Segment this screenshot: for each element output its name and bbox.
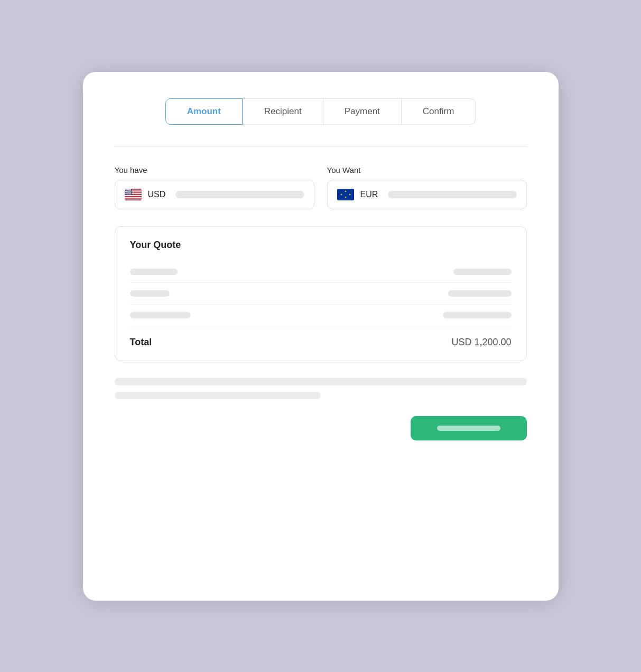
tabs-container: Amount Recipient Payment Confirm — [115, 98, 527, 125]
you-want-group: You Want EUR — [327, 165, 527, 209]
you-have-box[interactable]: USD — [115, 180, 314, 209]
svg-point-11 — [128, 189, 129, 190]
svg-point-23 — [129, 191, 130, 192]
svg-point-31 — [126, 192, 127, 194]
you-have-group: You have — [115, 165, 314, 209]
quote-total-row: Total USD 1,200.00 — [130, 328, 512, 348]
svg-point-34 — [129, 192, 130, 194]
skeleton-bar-1 — [115, 378, 527, 385]
svg-point-21 — [127, 191, 128, 192]
svg-point-32 — [127, 192, 128, 194]
tab-payment[interactable]: Payment — [323, 98, 402, 125]
skeleton-bar-2 — [115, 392, 321, 399]
quote-skeleton-right-3 — [443, 312, 512, 318]
svg-point-24 — [130, 191, 131, 192]
svg-rect-5 — [125, 197, 142, 198]
svg-point-29 — [129, 191, 131, 192]
tab-amount[interactable]: Amount — [165, 98, 243, 125]
svg-point-12 — [129, 189, 130, 190]
svg-rect-4 — [125, 195, 142, 196]
svg-point-33 — [128, 192, 129, 194]
you-want-box[interactable]: EUR — [327, 180, 527, 209]
eur-flag-icon — [337, 189, 354, 200]
svg-point-28 — [128, 191, 129, 192]
usd-amount-placeholder — [175, 191, 304, 198]
quote-section: Your Quote Total USD 1,200.00 — [115, 226, 527, 361]
svg-rect-6 — [125, 198, 142, 199]
svg-point-25 — [125, 191, 126, 192]
svg-point-40 — [129, 194, 131, 195]
quote-skeleton-left-1 — [130, 269, 178, 275]
you-want-label: You Want — [327, 165, 527, 174]
svg-point-36 — [125, 194, 126, 195]
quote-row-2 — [130, 283, 512, 305]
svg-point-15 — [126, 190, 127, 191]
skeleton-section — [115, 378, 527, 399]
quote-skeleton-right-2 — [448, 290, 512, 297]
svg-point-38 — [127, 194, 128, 195]
svg-point-10 — [127, 189, 128, 190]
svg-point-37 — [126, 194, 127, 195]
svg-point-27 — [127, 191, 128, 192]
svg-point-13 — [130, 189, 131, 190]
main-card: Amount Recipient Payment Confirm You hav… — [83, 72, 559, 601]
svg-point-16 — [127, 190, 128, 191]
quote-row-3 — [130, 305, 512, 326]
tab-confirm[interactable]: Confirm — [402, 98, 476, 125]
svg-point-30 — [125, 192, 126, 194]
quote-total-value: USD 1,200.00 — [451, 337, 511, 348]
continue-button-label-placeholder — [437, 426, 500, 431]
you-have-label: You have — [115, 165, 314, 174]
svg-point-9 — [126, 189, 127, 190]
svg-point-19 — [125, 191, 126, 192]
quote-title: Your Quote — [130, 240, 512, 251]
quote-skeleton-right-1 — [453, 269, 512, 275]
svg-point-14 — [125, 190, 126, 191]
quote-total-label: Total — [130, 337, 152, 348]
usd-flag-icon — [125, 189, 142, 200]
currency-section: You have — [115, 165, 527, 209]
svg-point-20 — [126, 191, 127, 192]
usd-code: USD — [148, 190, 169, 199]
svg-point-18 — [129, 190, 131, 191]
quote-row-1 — [130, 261, 512, 283]
tab-recipient[interactable]: Recipient — [243, 98, 323, 125]
svg-point-8 — [125, 189, 126, 190]
button-row — [115, 416, 527, 440]
header-divider — [115, 146, 527, 146]
quote-skeleton-left-2 — [130, 290, 170, 297]
quote-skeleton-left-3 — [130, 312, 191, 318]
svg-point-26 — [126, 191, 127, 192]
eur-amount-placeholder — [388, 191, 517, 198]
svg-point-17 — [128, 190, 129, 191]
svg-point-22 — [128, 191, 129, 192]
eur-code: EUR — [360, 190, 382, 199]
svg-point-35 — [130, 192, 131, 194]
svg-point-39 — [128, 194, 129, 195]
continue-button[interactable] — [411, 416, 527, 440]
